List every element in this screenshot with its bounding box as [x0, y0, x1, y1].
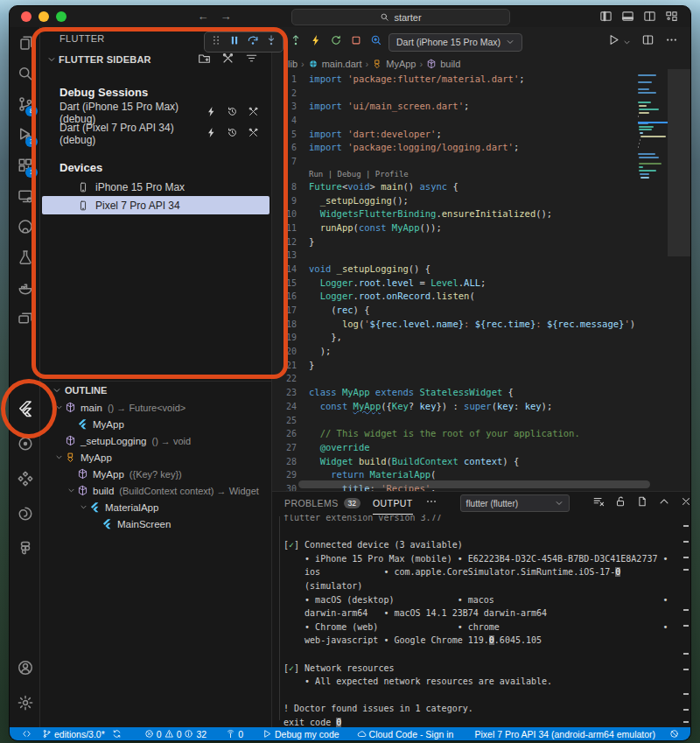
hot-restart-icon[interactable] [227, 127, 238, 141]
outline-item[interactable]: MainScreen [40, 515, 271, 532]
activity-item-source-control[interactable]: 8 [10, 88, 40, 119]
add-folder-icon[interactable] [198, 52, 214, 68]
breadcrumb-item[interactable]: build [426, 59, 460, 69]
cloud-code-status[interactable]: Cloud Code - Sign in [354, 727, 458, 740]
activity-item-devtools-target[interactable] [10, 426, 40, 461]
horizontal-scrollbar[interactable] [298, 480, 650, 488]
clear-output-icon[interactable] [592, 495, 605, 511]
device-status[interactable]: Pixel 7 Pro API 34 (android-arm64 emulat… [471, 727, 659, 740]
activity-item-settings-gear[interactable] [10, 685, 40, 720]
activity-item-docker[interactable] [10, 272, 40, 303]
scrollbar-mark [683, 569, 689, 571]
editor[interactable]: lib›main.dart›MyApp›build 1import 'packa… [272, 27, 691, 491]
breadcrumb-item[interactable]: lib [288, 59, 298, 69]
search-box[interactable]: starter [291, 9, 510, 25]
outline-item[interactable]: MyApp [40, 449, 271, 466]
layout-panel-icon[interactable] [621, 10, 634, 26]
output-line: ios • com.apple.CoreSimulator.SimRuntime… [284, 565, 680, 579]
tab-output[interactable]: OUTPUT [373, 492, 413, 515]
activity-item-run-debug[interactable]: 3 [10, 119, 40, 150]
outline-item[interactable]: MaterialApp [40, 499, 271, 515]
activity-item-account[interactable] [10, 650, 40, 685]
feedback-muted-status[interactable] [666, 727, 682, 740]
flutter-sidebar-section-header[interactable]: FLUTTER SIDEBAR [40, 50, 271, 69]
activity-item-flutter[interactable] [10, 391, 40, 426]
cloud-code-icon [17, 470, 34, 487]
flash-icon[interactable] [206, 106, 217, 120]
outline-item[interactable]: main() → Future<void> [40, 399, 271, 416]
layout-split-icon[interactable] [643, 10, 656, 26]
activity-item-search[interactable] [10, 58, 40, 88]
hot-restart-icon[interactable] [227, 106, 238, 120]
branch-status[interactable]: editions/3.0* [38, 727, 125, 740]
outline-item[interactable]: build(BuildContext context) → Widget [40, 482, 271, 499]
minimize-window-button[interactable] [38, 11, 49, 22]
problems-status[interactable]: 0 0 32 [141, 727, 210, 740]
activity-item-github[interactable] [10, 211, 40, 242]
output-channel-select[interactable]: flutter (flutter) [460, 494, 570, 512]
panel-scrollbar[interactable] [682, 515, 690, 724]
activity-item-files[interactable] [10, 27, 40, 58]
launch-config-picker[interactable]: Dart (iPhone 15 Pro Max) [388, 33, 522, 52]
close-window-button[interactable] [21, 11, 32, 22]
breadcrumb-item[interactable]: MyApp [372, 59, 416, 69]
split-editor-icon[interactable] [641, 33, 654, 50]
outline-item[interactable]: MyApp({Key? key}) [40, 466, 271, 482]
codelens-actions[interactable]: Run | Debug | Profile [309, 169, 691, 180]
more-icon[interactable] [665, 33, 678, 50]
hot-reload-icon[interactable] [310, 34, 322, 50]
filter-icon [245, 52, 258, 65]
debug-run-icon[interactable] [607, 33, 620, 50]
restart-icon[interactable] [330, 34, 342, 50]
pause-icon[interactable] [228, 34, 241, 50]
unlock-icon[interactable] [614, 495, 626, 511]
layout-sidebar-left-icon[interactable] [599, 10, 612, 26]
activity-item-figma[interactable] [10, 531, 40, 566]
breadcrumb-item[interactable]: main.dart [308, 59, 362, 69]
activity-item-swirl[interactable] [10, 496, 40, 531]
device-row[interactable]: iPhone 15 Pro Max [42, 178, 270, 196]
outline-header[interactable]: OUTLINE [40, 382, 271, 399]
ports-status[interactable]: 0 [222, 727, 247, 740]
tab-problems[interactable]: PROBLEMS 32 [284, 493, 360, 515]
grip-icon[interactable] [210, 34, 222, 50]
chevron-up-icon[interactable] [658, 495, 670, 511]
remote-indicator[interactable] [18, 727, 35, 740]
sync-icon[interactable] [112, 729, 122, 739]
devtools-icon[interactable] [248, 106, 259, 120]
title-bar: ← → starter [10, 6, 690, 28]
zoom-window-button[interactable] [56, 11, 66, 22]
tools-icon[interactable] [221, 52, 237, 68]
layout-grid-icon[interactable] [665, 10, 678, 26]
back-arrow-icon[interactable]: ← [195, 8, 211, 25]
activity-item-remote-monitor[interactable] [10, 180, 40, 211]
debug-status[interactable]: Debug my code [259, 727, 343, 740]
device-row[interactable]: Pixel 7 Pro API 34 [42, 196, 270, 214]
docker-icon [17, 279, 34, 297]
code-line: 21} [272, 359, 691, 373]
open-window-icon[interactable] [636, 495, 648, 511]
close-icon[interactable] [680, 495, 691, 511]
step-into-icon[interactable] [265, 34, 277, 50]
stop-icon[interactable] [350, 34, 362, 50]
step-over-icon[interactable] [247, 34, 259, 50]
step-out-icon[interactable] [290, 34, 302, 50]
activity-item-extensions[interactable]: 1 [10, 150, 40, 180]
minimap[interactable] [638, 74, 668, 267]
devtools-icon[interactable] [248, 127, 259, 141]
debug-session-row[interactable]: Dart (iPhone 15 Pro Max) (debug) [40, 102, 271, 123]
flash-icon[interactable] [206, 127, 217, 141]
inspect-icon[interactable] [370, 34, 382, 50]
hot-restart-icon [227, 127, 238, 138]
editor-scrollbar[interactable] [668, 69, 690, 256]
activity-item-remote-explorer[interactable] [10, 303, 40, 333]
activity-item-test-beaker[interactable] [10, 242, 40, 272]
debug-session-row[interactable]: Dart (Pixel 7 Pro API 34) (debug) [40, 123, 271, 144]
filter-icon[interactable] [245, 52, 261, 68]
line-number: 10 [272, 207, 297, 221]
activity-item-cloud-code[interactable] [10, 461, 40, 496]
outline-item[interactable]: MyApp [40, 416, 271, 432]
outline-item[interactable]: _setupLogging() → void [40, 432, 271, 449]
forward-arrow-icon[interactable]: → [218, 8, 234, 25]
more-tabs-button[interactable] [425, 495, 438, 511]
